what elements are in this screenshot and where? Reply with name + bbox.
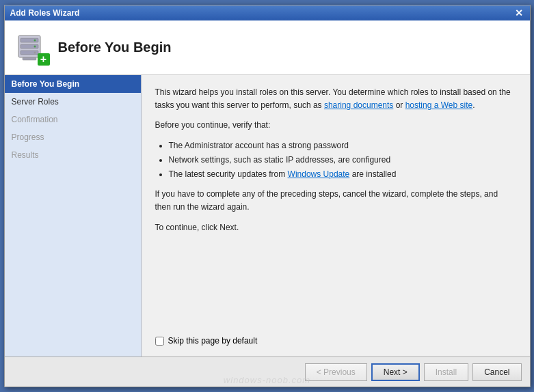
install-button[interactable]: Install: [424, 363, 468, 381]
main-text-area: This wizard helps you install roles on t…: [155, 86, 516, 241]
sidebar: Before You Begin Server Roles Confirmati…: [5, 75, 142, 356]
para1-link2[interactable]: hosting a Web site: [405, 100, 473, 110]
sidebar-item-results: Results: [5, 146, 141, 164]
bullet-1: The Administrator account has a strong p…: [169, 139, 516, 152]
close-button[interactable]: ✕: [513, 8, 524, 18]
svg-point-5: [34, 45, 36, 47]
paragraph-1: This wizard helps you install roles on t…: [155, 86, 516, 132]
svg-rect-7: [23, 57, 36, 60]
paragraph-4: To continue, click Next.: [155, 221, 516, 234]
previous-button[interactable]: < Previous: [305, 363, 367, 381]
header-title: Before You Begin: [58, 40, 172, 55]
skip-checkbox[interactable]: [155, 337, 164, 346]
next-button[interactable]: Next >: [371, 363, 420, 381]
footer: < Previous Next > Install Cancel: [5, 356, 530, 387]
bullet-2: Network settings, such as static IP addr…: [169, 154, 516, 167]
svg-point-4: [34, 39, 36, 41]
main-content: This wizard helps you install roles on t…: [142, 75, 530, 356]
para1-end: .: [472, 100, 475, 110]
wizard-window: Add Roles Wizard ✕ + Before You Begin: [4, 5, 531, 387]
sidebar-item-before-you-begin[interactable]: Before You Begin: [5, 75, 141, 93]
cancel-button[interactable]: Cancel: [472, 363, 521, 381]
plus-icon: +: [38, 53, 50, 66]
sidebar-item-confirmation: Confirmation: [5, 111, 141, 128]
sidebar-item-server-roles[interactable]: Server Roles: [5, 93, 141, 111]
svg-point-6: [34, 51, 36, 53]
bullet-3: The latest security updates from Windows…: [169, 168, 516, 181]
window-title: Add Roles Wizard: [10, 8, 80, 18]
bullet-list: The Administrator account has a strong p…: [162, 139, 516, 182]
content-area: Before You Begin Server Roles Confirmati…: [5, 75, 530, 356]
para1-link1[interactable]: sharing documents: [324, 100, 393, 110]
header: + Before You Begin: [5, 20, 530, 75]
paragraph-2: Before you continue, verify that:: [155, 119, 516, 132]
para1-mid: or: [393, 100, 405, 110]
windows-update-link[interactable]: Windows Update: [288, 169, 350, 179]
skip-label[interactable]: Skip this page by default: [168, 336, 258, 346]
skip-area: Skip this page by default: [155, 329, 516, 346]
paragraph-3: If you have to complete any of the prece…: [155, 188, 516, 214]
title-bar: Add Roles Wizard ✕: [5, 5, 530, 20]
header-icon: +: [16, 31, 49, 64]
sidebar-item-progress: Progress: [5, 128, 141, 146]
